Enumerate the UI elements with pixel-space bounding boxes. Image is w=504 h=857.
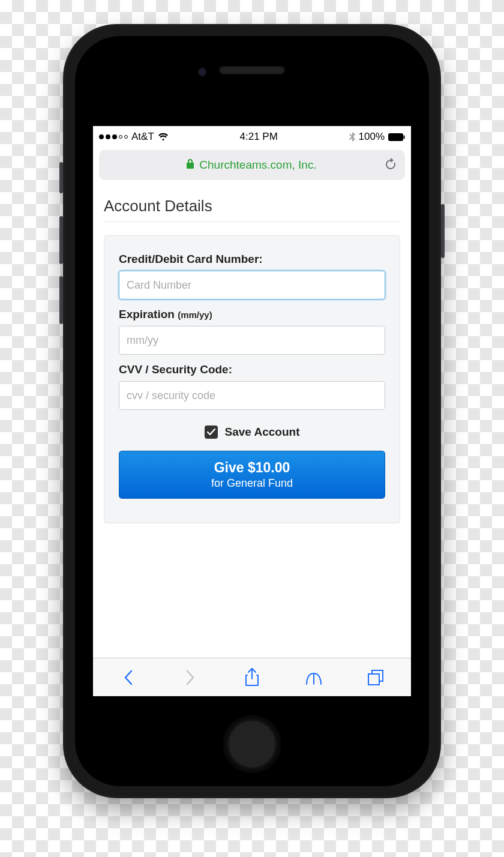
reload-icon[interactable]	[385, 157, 397, 173]
bluetooth-icon	[349, 132, 355, 142]
share-button[interactable]	[239, 664, 265, 691]
tabs-button[interactable]	[362, 664, 389, 691]
clock-label: 4:21 PM	[240, 131, 278, 143]
lock-icon	[186, 158, 194, 172]
browser-toolbar	[93, 658, 411, 696]
home-button[interactable]	[223, 715, 281, 773]
save-account-label: Save Account	[225, 425, 300, 439]
front-camera	[198, 68, 206, 76]
back-button[interactable]	[115, 664, 142, 691]
status-bar: At&T 4:21 PM 100%	[93, 126, 411, 148]
battery-percent-label: 100%	[359, 131, 385, 143]
svg-rect-0	[389, 133, 403, 140]
page-content: Account Details Credit/Debit Card Number…	[93, 180, 411, 658]
give-button-line2: for General Fund	[119, 477, 385, 490]
volume-up-button	[59, 216, 63, 264]
save-account-checkbox[interactable]	[205, 425, 218, 439]
expiry-label-main: Expiration	[119, 308, 178, 320]
cvv-input[interactable]	[119, 381, 385, 410]
card-number-input[interactable]	[119, 271, 385, 299]
signal-strength-icon	[99, 134, 128, 139]
phone-inner: At&T 4:21 PM 100%	[75, 36, 429, 786]
status-right: 100%	[349, 131, 405, 143]
divider	[104, 221, 400, 222]
svg-rect-1	[404, 135, 405, 139]
mute-switch	[59, 162, 63, 193]
screen: At&T 4:21 PM 100%	[93, 126, 411, 696]
battery-icon	[388, 133, 405, 141]
expiry-input[interactable]	[119, 326, 385, 355]
site-title-text: Churchteams.com, Inc.	[199, 158, 316, 172]
phone-frame: At&T 4:21 PM 100%	[63, 24, 441, 798]
carrier-label: At&T	[131, 131, 154, 143]
bookmarks-button[interactable]	[301, 664, 327, 691]
site-title: Churchteams.com, Inc.	[186, 158, 316, 172]
volume-down-button	[59, 276, 63, 324]
wifi-icon	[158, 133, 169, 141]
power-button	[441, 204, 445, 258]
page-title: Account Details	[104, 197, 400, 215]
give-button-line1: Give $10.00	[119, 460, 385, 476]
status-left: At&T	[99, 131, 169, 143]
payment-card: Credit/Debit Card Number: Expiration (mm…	[104, 235, 400, 523]
cvv-label: CVV / Security Code:	[119, 363, 385, 376]
browser-address-bar[interactable]: Churchteams.com, Inc.	[99, 150, 405, 180]
card-number-label: Credit/Debit Card Number:	[119, 253, 385, 266]
forward-button[interactable]	[177, 664, 203, 691]
expiry-label-hint: (mm/yy)	[178, 310, 212, 320]
give-button[interactable]: Give $10.00 for General Fund	[119, 451, 385, 499]
svg-rect-2	[368, 674, 379, 685]
expiry-label: Expiration (mm/yy)	[119, 308, 385, 321]
earpiece	[219, 66, 285, 74]
save-account-row[interactable]: Save Account	[119, 425, 385, 439]
